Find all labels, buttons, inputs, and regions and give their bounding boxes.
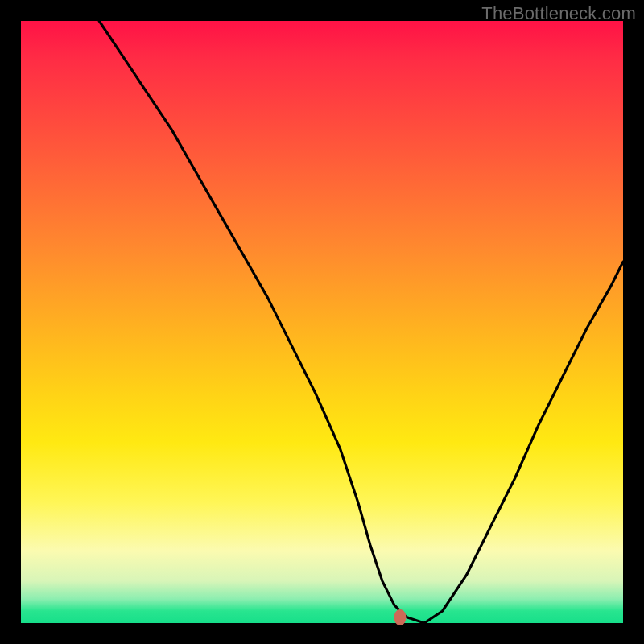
minimum-marker-icon (394, 609, 407, 625)
bottleneck-curve (21, 21, 623, 623)
chart-frame: TheBottleneck.com (0, 0, 644, 644)
plot-area (21, 21, 623, 623)
